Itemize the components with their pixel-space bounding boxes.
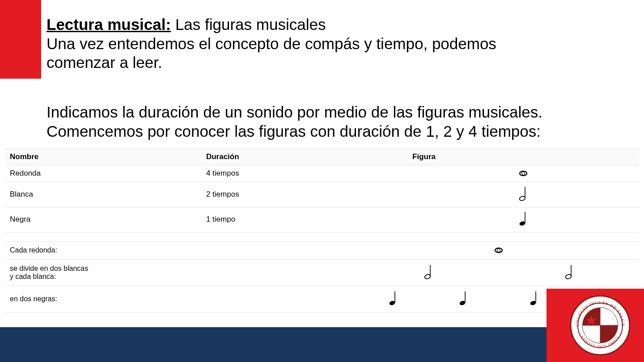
svg-point-3 [519,195,525,201]
quarter-note-icon [529,290,539,307]
text-content: Lectura musical: Las figuras musicales U… [47,15,626,141]
table-row: Negra 1 tiempo [4,207,640,232]
cell-duracion: 2 tiempos [201,182,407,207]
cell-figura [407,165,640,182]
accent-block-top [0,0,41,79]
cell-notes [358,286,428,312]
table-row: se divide en dos blancas y cada blanca: [4,259,640,286]
title-prefix: Lectura musical: [47,16,171,33]
quarter-note-icon [458,290,468,307]
cell-notes [499,259,640,286]
cell-duracion: 1 tiempo [201,207,407,232]
half-note-icon [518,186,528,203]
paragraph-2a: Indicamos la duración de un sonido por m… [47,103,626,122]
quarter-note-icon [388,290,398,307]
cell-label: se divide en dos blancas y cada blanca: [4,259,358,286]
table-row: Blanca 2 tiempos [4,182,640,207]
table-row: Cada redonda: [4,242,640,260]
cell-nombre: Negra [4,207,201,232]
slide: Lectura musical: Las figuras musicales U… [0,0,644,362]
cell-nombre: Redonda [4,165,201,182]
table-row: Redonda 4 tiempos [4,165,640,182]
title-line: Lectura musical: Las figuras musicales [47,15,626,34]
table-row: en dos negras: [4,286,640,312]
svg-point-9 [424,274,431,279]
cell-figura [407,207,640,232]
quarter-note-icon [518,211,528,228]
half-note-icon [424,264,433,281]
subdivision-table: Cada redonda: se divide en dos blancas y… [4,241,640,312]
cell-notes [358,242,640,260]
paragraph-1a: Una vez entendemos el concepto de compás… [47,34,626,54]
cell-label: en dos negras: [4,286,358,312]
svg-point-11 [565,274,572,279]
col-duracion: Duración [201,149,407,165]
col-figura: Figura [407,149,640,165]
cell-notes [428,286,499,312]
paragraph-1b: comenzar a leer. [47,53,626,72]
cell-nombre: Blanca [4,182,201,207]
table-header-row: Nombre Duración Figura [4,149,640,165]
figures-table: Nombre Duración Figura Redonda 4 tiempos… [4,148,640,232]
cell-figura [407,182,640,207]
whole-note-icon [519,169,527,178]
cell-duracion: 4 tiempos [201,165,407,182]
school-logo-icon: COLEGIO INGLES DE TALCA VERITAS ANTE OMN… [569,294,631,357]
half-note-icon [564,264,574,281]
cell-notes [358,259,499,286]
title-rest: Las figuras musicales [171,16,326,33]
col-nombre: Nombre [4,149,201,165]
paragraph-2b: Comencemos por conocer las figuras con d… [47,122,626,141]
cell-label: Cada redonda: [4,242,358,260]
whole-note-icon [495,247,503,255]
